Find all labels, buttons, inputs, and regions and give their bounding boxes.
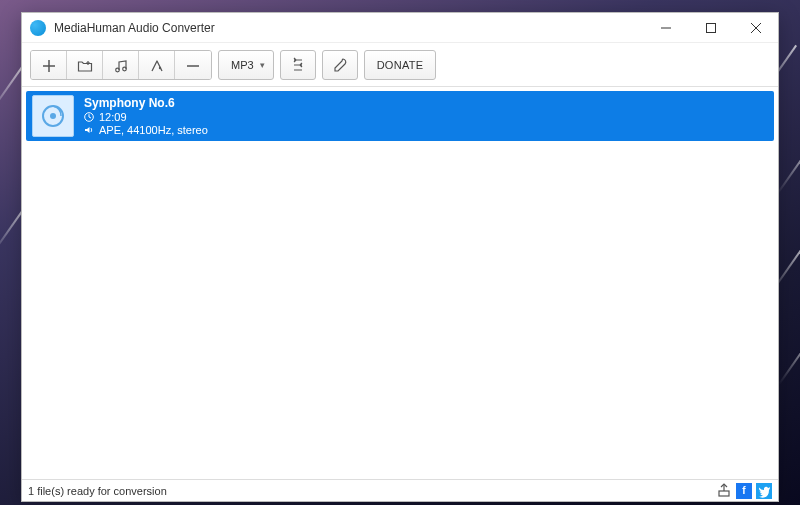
maximize-button[interactable] bbox=[688, 13, 733, 43]
close-button[interactable] bbox=[733, 13, 778, 43]
twitter-icon bbox=[756, 483, 772, 499]
music-note-icon bbox=[113, 58, 129, 74]
remove-button[interactable] bbox=[175, 51, 211, 80]
track-row[interactable]: Symphony No.6 12:09 APE, 44100Hz, stereo bbox=[26, 91, 774, 141]
convert-icon bbox=[149, 58, 165, 74]
export-icon bbox=[716, 482, 732, 498]
clock-icon bbox=[84, 112, 94, 122]
facebook-button[interactable]: f bbox=[736, 483, 752, 499]
locate-button[interactable] bbox=[280, 50, 316, 80]
svg-point-8 bbox=[115, 68, 119, 72]
chevron-down-icon: ▾ bbox=[260, 60, 265, 70]
svg-rect-1 bbox=[706, 23, 715, 32]
svg-point-10 bbox=[158, 66, 160, 68]
track-format: APE, 44100Hz, stereo bbox=[99, 124, 208, 136]
minimize-icon bbox=[661, 23, 671, 33]
convert-button[interactable] bbox=[139, 51, 175, 80]
twitter-button[interactable] bbox=[756, 483, 772, 499]
maximize-icon bbox=[706, 23, 716, 33]
titlebar[interactable]: MediaHuman Audio Converter bbox=[22, 13, 778, 43]
music-disc-icon bbox=[39, 102, 67, 130]
window-title: MediaHuman Audio Converter bbox=[54, 21, 643, 35]
track-thumbnail bbox=[32, 95, 74, 137]
close-icon bbox=[751, 23, 761, 33]
itunes-button[interactable] bbox=[103, 51, 139, 80]
add-folder-button[interactable] bbox=[67, 51, 103, 80]
settings-button[interactable] bbox=[322, 50, 358, 80]
track-title: Symphony No.6 bbox=[84, 96, 208, 110]
window-controls bbox=[643, 13, 778, 43]
app-icon bbox=[30, 20, 46, 36]
app-window: MediaHuman Audio Converter bbox=[21, 12, 779, 502]
status-icons: f bbox=[716, 482, 772, 500]
export-button[interactable] bbox=[716, 482, 732, 500]
track-format-row: APE, 44100Hz, stereo bbox=[84, 124, 208, 136]
add-button[interactable] bbox=[31, 51, 67, 80]
speaker-icon bbox=[84, 125, 94, 135]
format-label: MP3 bbox=[231, 59, 254, 71]
svg-point-9 bbox=[122, 67, 126, 71]
status-text: 1 file(s) ready for conversion bbox=[28, 485, 167, 497]
wrench-icon bbox=[332, 57, 348, 73]
svg-line-16 bbox=[89, 117, 91, 118]
statusbar: 1 file(s) ready for conversion f bbox=[22, 479, 778, 501]
folder-icon bbox=[77, 58, 93, 74]
track-duration: 12:09 bbox=[99, 111, 127, 123]
format-select[interactable]: MP3 ▾ bbox=[218, 50, 274, 80]
search-icon bbox=[290, 57, 306, 73]
minimize-button[interactable] bbox=[643, 13, 688, 43]
donate-button[interactable]: DONATE bbox=[364, 50, 437, 80]
track-duration-row: 12:09 bbox=[84, 111, 208, 123]
track-list[interactable]: Symphony No.6 12:09 APE, 44100Hz, stereo bbox=[22, 87, 778, 479]
svg-rect-17 bbox=[719, 491, 729, 496]
toolbar: MP3 ▾ DONATE bbox=[22, 43, 778, 87]
toolbar-group-main bbox=[30, 50, 212, 80]
svg-point-13 bbox=[50, 113, 56, 119]
donate-label: DONATE bbox=[377, 59, 424, 71]
track-info: Symphony No.6 12:09 APE, 44100Hz, stereo bbox=[84, 96, 208, 136]
add-icon bbox=[41, 58, 57, 74]
remove-icon bbox=[185, 58, 201, 74]
facebook-icon: f bbox=[742, 485, 745, 496]
